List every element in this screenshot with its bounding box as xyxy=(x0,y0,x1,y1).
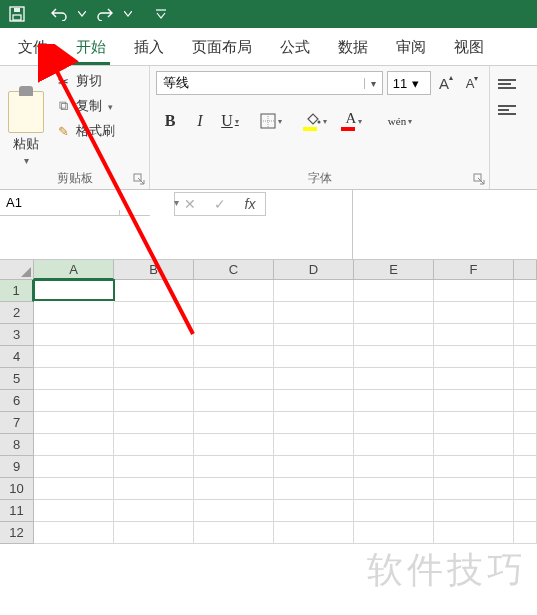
cell[interactable] xyxy=(434,412,514,434)
cell[interactable] xyxy=(194,368,274,390)
cell[interactable] xyxy=(434,500,514,522)
cell[interactable] xyxy=(274,368,354,390)
cell[interactable] xyxy=(514,412,537,434)
cell[interactable] xyxy=(274,346,354,368)
decrease-font-button[interactable]: A▾ xyxy=(461,72,483,94)
cell[interactable] xyxy=(354,390,434,412)
cell[interactable] xyxy=(354,302,434,324)
cell[interactable] xyxy=(514,368,537,390)
align-top-button[interactable] xyxy=(494,73,520,95)
cell[interactable] xyxy=(114,500,194,522)
tab-home[interactable]: 开始 xyxy=(62,28,120,65)
cell[interactable] xyxy=(434,478,514,500)
cell[interactable] xyxy=(114,434,194,456)
cell[interactable] xyxy=(514,346,537,368)
column-header[interactable]: C xyxy=(194,260,274,280)
borders-button[interactable]: ▾ xyxy=(254,108,288,134)
cell[interactable] xyxy=(114,280,194,302)
row-header[interactable]: 1 xyxy=(0,280,34,302)
font-color-button[interactable]: A ▾ xyxy=(336,108,372,134)
cell[interactable] xyxy=(514,324,537,346)
spreadsheet-grid[interactable]: A B C D E F 1 2 3 4 5 6 7 8 9 10 11 12 xyxy=(0,260,537,544)
cell[interactable] xyxy=(274,412,354,434)
cell[interactable] xyxy=(354,280,434,302)
name-box[interactable]: ▾ xyxy=(0,190,120,216)
cell[interactable] xyxy=(274,434,354,456)
cell[interactable] xyxy=(114,456,194,478)
row-header[interactable]: 5 xyxy=(0,368,34,390)
cell[interactable] xyxy=(34,478,114,500)
chevron-down-icon[interactable]: ▾ xyxy=(364,78,382,89)
redo-dropdown[interactable] xyxy=(122,3,134,25)
cell[interactable] xyxy=(514,500,537,522)
cell[interactable] xyxy=(194,500,274,522)
font-name-selector[interactable]: ▾ xyxy=(156,71,383,95)
tab-data[interactable]: 数据 xyxy=(324,28,382,65)
row-header[interactable]: 12 xyxy=(0,522,34,544)
cell[interactable] xyxy=(514,280,537,302)
save-icon[interactable] xyxy=(6,3,28,25)
cell[interactable] xyxy=(194,522,274,544)
cell[interactable] xyxy=(34,390,114,412)
underline-button[interactable]: U▾ xyxy=(216,108,244,134)
row-header[interactable]: 3 xyxy=(0,324,34,346)
column-header[interactable]: A xyxy=(34,260,114,280)
cell[interactable] xyxy=(114,412,194,434)
column-header[interactable]: B xyxy=(114,260,194,280)
cell[interactable] xyxy=(194,280,274,302)
column-header[interactable]: F xyxy=(434,260,514,280)
chevron-down-icon[interactable]: ▾ xyxy=(174,197,179,208)
customize-qat-dropdown[interactable] xyxy=(154,3,168,25)
cell[interactable] xyxy=(194,412,274,434)
cell[interactable] xyxy=(354,324,434,346)
cell[interactable] xyxy=(354,456,434,478)
cell[interactable] xyxy=(434,302,514,324)
font-launcher-icon[interactable] xyxy=(473,173,487,187)
cell[interactable] xyxy=(274,280,354,302)
row-header[interactable]: 2 xyxy=(0,302,34,324)
cell[interactable] xyxy=(274,390,354,412)
cell[interactable] xyxy=(114,346,194,368)
cell[interactable] xyxy=(34,346,114,368)
enter-formula-button[interactable]: ✓ xyxy=(205,196,235,212)
format-painter-button[interactable]: ✎ 格式刷 xyxy=(51,121,118,142)
cell[interactable] xyxy=(514,522,537,544)
column-header[interactable]: D xyxy=(274,260,354,280)
cell[interactable] xyxy=(274,456,354,478)
paste-button[interactable]: 粘贴 ▾ xyxy=(4,69,48,168)
cell[interactable] xyxy=(514,456,537,478)
cell[interactable] xyxy=(434,368,514,390)
tab-file[interactable]: 文件 xyxy=(4,28,62,65)
cell[interactable] xyxy=(434,324,514,346)
align-left-button[interactable] xyxy=(494,99,520,121)
cell[interactable] xyxy=(194,346,274,368)
cell[interactable] xyxy=(434,346,514,368)
cell[interactable] xyxy=(194,390,274,412)
row-header[interactable]: 7 xyxy=(0,412,34,434)
cell[interactable] xyxy=(354,500,434,522)
cell[interactable] xyxy=(354,368,434,390)
formula-input-area[interactable] xyxy=(352,190,537,259)
cell[interactable] xyxy=(274,324,354,346)
column-header[interactable]: E xyxy=(354,260,434,280)
font-name-input[interactable] xyxy=(157,76,364,91)
cell[interactable] xyxy=(354,346,434,368)
cell[interactable] xyxy=(114,368,194,390)
cell[interactable] xyxy=(274,500,354,522)
tab-page-layout[interactable]: 页面布局 xyxy=(178,28,266,65)
bold-button[interactable]: B xyxy=(156,108,184,134)
cell[interactable] xyxy=(194,302,274,324)
font-size-selector[interactable]: ▾ xyxy=(387,71,431,95)
tab-view[interactable]: 视图 xyxy=(440,28,498,65)
cell[interactable] xyxy=(34,434,114,456)
undo-button[interactable] xyxy=(48,3,70,25)
cell[interactable] xyxy=(274,522,354,544)
select-all-corner[interactable] xyxy=(0,260,34,280)
cell[interactable] xyxy=(354,434,434,456)
cell[interactable] xyxy=(34,324,114,346)
cancel-formula-button[interactable]: ✕ xyxy=(175,196,205,212)
phonetic-guide-button[interactable]: wén ▾ xyxy=(382,108,418,134)
cell[interactable] xyxy=(514,478,537,500)
column-header[interactable] xyxy=(514,260,537,280)
cell[interactable] xyxy=(114,478,194,500)
